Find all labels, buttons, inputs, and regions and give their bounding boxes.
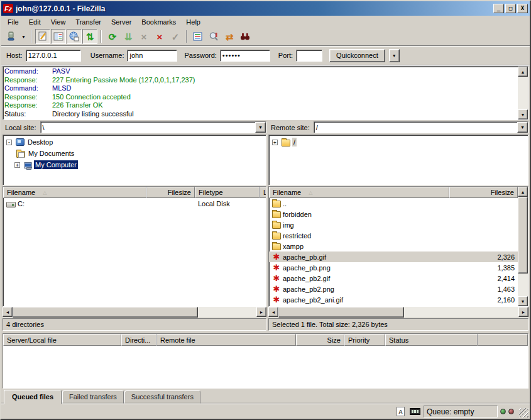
remote-site-label: Remote site:: [268, 124, 314, 131]
remote-file-row[interactable]: xampp: [269, 241, 518, 251]
remote-file-row[interactable]: img: [269, 219, 518, 230]
speed-limits-indicator[interactable]: [409, 406, 421, 417]
queue-body[interactable]: [3, 346, 528, 388]
local-horizontal-scrollbar[interactable]: ◄ ►: [3, 307, 266, 318]
host-label: Host:: [6, 52, 23, 59]
sort-ascending-icon: △: [309, 190, 312, 196]
remote-file-row[interactable]: forbidden: [269, 209, 518, 219]
scroll-left-icon[interactable]: ◄: [3, 307, 13, 317]
site-manager-button[interactable]: [4, 29, 19, 44]
column-filename[interactable]: Filename△: [269, 187, 449, 198]
quickconnect-button[interactable]: Quickconnect: [329, 49, 385, 62]
column-filesize[interactable]: Filesize: [449, 187, 518, 198]
tree-item-my-documents[interactable]: My Documents: [4, 148, 266, 159]
column-spacer: [478, 334, 528, 346]
minimize-button[interactable]: _: [493, 4, 504, 13]
chevron-down-icon[interactable]: ▼: [255, 122, 266, 133]
remote-directory-tree: + /: [268, 135, 528, 185]
tab-queued-files[interactable]: Queued files: [4, 390, 62, 404]
local-site-combo[interactable]: \ ▼: [40, 121, 266, 133]
remote-file-row[interactable]: restricted: [269, 230, 518, 241]
compare-directories-button[interactable]: [206, 29, 221, 44]
binoculars-icon: [239, 31, 251, 42]
menu-file[interactable]: File: [3, 17, 24, 27]
cancel-icon: ×: [141, 32, 147, 41]
toggle-queue-button[interactable]: ⇅: [82, 29, 97, 44]
menu-view[interactable]: View: [46, 17, 71, 27]
quickconnect-dropdown[interactable]: ▼: [389, 49, 400, 62]
scroll-right-icon[interactable]: ►: [256, 307, 266, 317]
refresh-button[interactable]: ⟳: [105, 29, 120, 44]
scroll-right-icon[interactable]: ►: [518, 307, 528, 317]
toggle-remote-tree-button[interactable]: [67, 29, 82, 44]
ascii-data-type-indicator[interactable]: A: [395, 406, 407, 417]
username-input[interactable]: [127, 50, 177, 62]
menu-help[interactable]: Help: [181, 17, 205, 27]
tab-successful-transfers[interactable]: Successful transfers: [124, 390, 200, 404]
scroll-down-icon[interactable]: ▼: [518, 296, 528, 306]
expand-icon[interactable]: +: [272, 140, 278, 145]
scroll-left-icon[interactable]: ◄: [268, 307, 278, 317]
toggle-message-log-button[interactable]: [35, 29, 50, 44]
close-button[interactable]: X: [517, 4, 528, 13]
scroll-up-icon[interactable]: ▲: [518, 187, 528, 197]
remote-file-row[interactable]: ✱apache_pb2.png 1,463: [269, 284, 518, 294]
password-input[interactable]: [220, 50, 270, 62]
my-documents-icon: [16, 151, 25, 158]
maximize-button[interactable]: □: [505, 4, 516, 13]
scroll-up-icon[interactable]: ▲: [518, 67, 528, 77]
menu-edit[interactable]: Edit: [24, 17, 46, 27]
speed-limit-icon: [410, 408, 420, 415]
tab-failed-transfers[interactable]: Failed transfers: [62, 390, 124, 404]
menu-bookmarks[interactable]: Bookmarks: [136, 17, 181, 27]
port-input[interactable]: [296, 50, 322, 62]
remote-horizontal-scrollbar[interactable]: ◄ ►: [268, 307, 528, 318]
remote-vertical-scrollbar[interactable]: ▲ ▼: [518, 187, 528, 306]
local-file-row[interactable]: C: Local Disk: [3, 198, 266, 209]
resize-grip[interactable]: [519, 408, 528, 417]
column-filesize[interactable]: Filesize: [146, 187, 195, 198]
column-filetype[interactable]: Filetype: [195, 187, 260, 198]
collapse-icon[interactable]: -: [6, 140, 12, 145]
tree-item-desktop[interactable]: - Desktop: [4, 136, 266, 148]
remote-file-row-selected[interactable]: ✱apache_pb.gif 2,326: [269, 251, 518, 262]
remote-file-row[interactable]: ✱apache_pb2_ani.gif 2,160: [269, 294, 518, 305]
column-filename[interactable]: Filename△: [3, 187, 146, 198]
drive-icon: [6, 202, 16, 207]
menu-transfer[interactable]: Transfer: [70, 17, 106, 27]
chevron-down-icon[interactable]: ▼: [517, 122, 528, 133]
queue-view-icon: ⇅: [86, 32, 94, 41]
column-server-local-file[interactable]: Server/Local file: [3, 334, 121, 346]
cancel-operation-button[interactable]: ×: [136, 29, 151, 44]
site-manager-dropdown[interactable]: ▼: [19, 30, 28, 43]
menu-bar: File Edit View Transfer Server Bookmarks…: [1, 16, 530, 28]
remote-file-row[interactable]: ..: [269, 198, 518, 209]
remote-site-combo[interactable]: / ▼: [314, 121, 528, 133]
scroll-down-icon[interactable]: ▼: [518, 109, 528, 119]
find-files-button[interactable]: [238, 29, 253, 44]
remote-file-row[interactable]: ✱apache_pb.png 1,385: [269, 262, 518, 273]
column-direction[interactable]: Directi...: [121, 334, 156, 346]
column-priority[interactable]: Priority: [344, 334, 385, 346]
remote-pane: Remote site: / ▼ + / Filename△ Filesize: [268, 121, 528, 330]
log-line: Status:Directory listing successful: [4, 110, 517, 119]
column-remote-file[interactable]: Remote file: [156, 334, 296, 346]
disconnect-button[interactable]: ×: [152, 29, 167, 44]
process-queue-icon: ⇊: [124, 32, 133, 41]
reconnect-button[interactable]: ✓: [168, 29, 183, 44]
column-last-modified[interactable]: L: [260, 187, 266, 198]
process-queue-button[interactable]: ⇊: [121, 29, 136, 44]
log-vertical-scrollbar[interactable]: ▲ ▼: [518, 67, 528, 119]
tree-item-my-computer[interactable]: + My Computer: [4, 159, 266, 170]
expand-icon[interactable]: +: [14, 162, 20, 168]
host-input[interactable]: [26, 50, 81, 62]
menu-server[interactable]: Server: [106, 17, 136, 27]
tree-item-root[interactable]: + /: [270, 136, 528, 148]
column-status[interactable]: Status: [385, 334, 478, 346]
synchronized-browsing-button[interactable]: ⇄: [222, 29, 237, 44]
toggle-local-tree-button[interactable]: [51, 29, 66, 44]
column-size[interactable]: Size: [296, 334, 344, 346]
remote-file-row[interactable]: ✱apache_pb2.gif 2,414: [269, 273, 518, 284]
toolbar: ▼ ⇅: [1, 28, 530, 46]
directory-filters-button[interactable]: [190, 29, 205, 44]
